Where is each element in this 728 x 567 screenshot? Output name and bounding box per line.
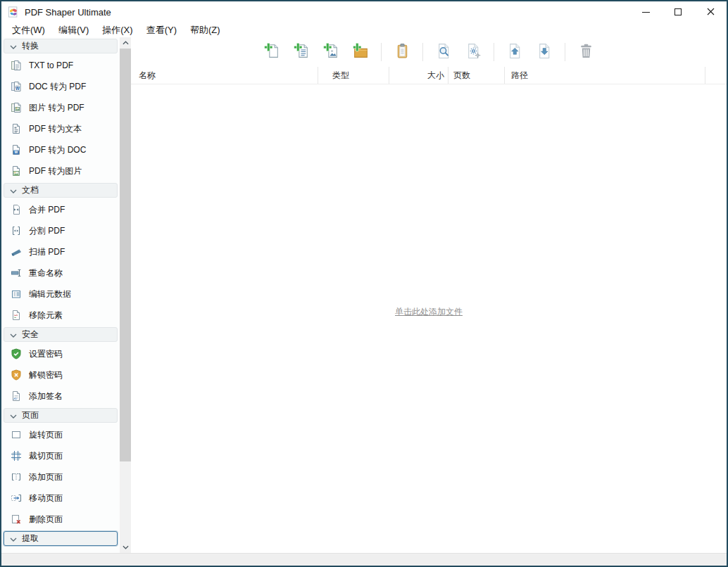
- column-header-size[interactable]: 大小: [389, 67, 448, 84]
- menu-help[interactable]: 帮助(Z): [187, 24, 224, 37]
- sidebar-section-pages[interactable]: 页面: [4, 408, 118, 423]
- column-header-type[interactable]: 类型: [318, 67, 389, 84]
- sidebar-item-unlock-password[interactable]: 解锁密码: [1, 364, 120, 386]
- add-text-file-button[interactable]: [292, 43, 310, 61]
- preview-button[interactable]: [434, 43, 453, 61]
- image-to-pdf-icon: [11, 102, 22, 113]
- sidebar-item-label: 设置密码: [29, 348, 63, 360]
- sidebar-item-scan-pdf[interactable]: 扫描 PDF: [1, 241, 120, 262]
- edit-metadata-icon: [11, 288, 22, 300]
- add-files-link[interactable]: 单击此处添加文件: [395, 306, 463, 318]
- svg-text:W: W: [15, 86, 20, 91]
- add-pages-icon: [11, 471, 22, 483]
- sidebar-item-delete-pages[interactable]: 删除页面: [1, 509, 120, 530]
- svg-text:W: W: [15, 150, 18, 154]
- minimize-icon: [642, 12, 650, 13]
- menu-view[interactable]: 查看(Y): [143, 24, 180, 37]
- sidebar-section-document[interactable]: 文档: [4, 183, 118, 198]
- maximize-button[interactable]: [662, 1, 694, 23]
- add-image-file-button[interactable]: [322, 43, 340, 61]
- sidebar-item-label: 重命名称: [29, 267, 63, 279]
- txt-to-pdf-icon: [11, 60, 22, 71]
- add-folder-button[interactable]: [351, 43, 370, 61]
- sidebar-item-label: 扫描 PDF: [29, 246, 65, 258]
- sidebar-item-pdf-to-doc[interactable]: W PDF 转为 DOC: [1, 139, 120, 160]
- move-up-icon: [506, 42, 524, 63]
- file-list-area[interactable]: 单击此处添加文件: [131, 84, 727, 553]
- sidebar-item-rename[interactable]: 重命名称: [1, 262, 120, 284]
- column-label: 类型: [332, 70, 349, 82]
- sidebar-item-edit-metadata[interactable]: 编辑元数据: [1, 284, 120, 305]
- pdf-to-doc-icon: W: [11, 144, 22, 155]
- move-pages-icon: [11, 492, 22, 504]
- delete-button[interactable]: [577, 43, 595, 61]
- process-button[interactable]: [464, 43, 482, 61]
- sidebar-section-extract[interactable]: 提取: [4, 531, 118, 546]
- add-signature-icon: [11, 390, 22, 402]
- add-file-icon: [263, 42, 281, 63]
- sidebar-item-pdf-to-text[interactable]: PDF 转为文本: [1, 118, 120, 139]
- sidebar-item-rotate-pages[interactable]: 旋转页面: [1, 424, 120, 445]
- chevron-down-icon: [10, 42, 17, 51]
- sidebar-item-add-pages[interactable]: 添加页面: [1, 466, 120, 488]
- sidebar-item-merge-pdf[interactable]: 合并 PDF: [1, 199, 120, 220]
- move-down-button[interactable]: [535, 43, 553, 61]
- sidebar-item-txt-to-pdf[interactable]: TXT to PDF: [1, 55, 120, 76]
- main-panel: 名称 类型 大小 页数 路径 单击此处添加文件: [131, 37, 727, 553]
- column-header-path[interactable]: 路径: [505, 67, 705, 84]
- column-label: 大小: [427, 70, 444, 82]
- content-area: 转换 TXT to PDF W DOC 转为 PDF 图片 转为 PDF PDF…: [1, 37, 727, 553]
- sidebar-item-image-to-pdf[interactable]: 图片 转为 PDF: [1, 97, 120, 118]
- column-header-pages[interactable]: 页数: [448, 67, 505, 84]
- sidebar-scrollbar[interactable]: [120, 37, 131, 553]
- paste-button[interactable]: [393, 43, 411, 61]
- menu-actions[interactable]: 操作(X): [99, 24, 136, 37]
- sidebar-item-label: TXT to PDF: [29, 60, 73, 70]
- sidebar-section-security[interactable]: 安全: [4, 327, 118, 342]
- toolbar-separator: [565, 43, 565, 61]
- scroll-up-button[interactable]: [120, 37, 131, 49]
- add-file-button[interactable]: [263, 43, 281, 61]
- sidebar-item-label: DOC 转为 PDF: [29, 81, 86, 93]
- sidebar-item-label: 解锁密码: [29, 369, 63, 381]
- sidebar-item-doc-to-pdf[interactable]: W DOC 转为 PDF: [1, 76, 120, 97]
- sidebar-item-crop-pages[interactable]: 裁切页面: [1, 445, 120, 466]
- title-bar: PDF Shaper Ultimate: [1, 1, 727, 23]
- sidebar-item-pdf-to-image[interactable]: PDF 转为图片: [1, 160, 120, 181]
- column-label: 页数: [453, 70, 470, 82]
- move-up-button[interactable]: [506, 43, 524, 61]
- process-gears-icon: [465, 42, 482, 63]
- add-image-file-icon: [322, 42, 340, 63]
- scroll-down-button[interactable]: [120, 542, 131, 553]
- menu-edit[interactable]: 编辑(V): [55, 24, 92, 37]
- unlock-password-shield-icon: [11, 369, 22, 381]
- sidebar-item-split-pdf[interactable]: 分割 PDF: [1, 220, 120, 241]
- app-logo-icon: [8, 6, 19, 18]
- minimize-button[interactable]: [629, 1, 662, 23]
- sidebar-item-label: 分割 PDF: [29, 225, 65, 237]
- scrollbar-thumb[interactable]: [120, 49, 131, 461]
- sidebar-item-label: 编辑元数据: [29, 288, 71, 300]
- close-icon: [707, 6, 715, 18]
- sidebar-item-add-signature[interactable]: 添加签名: [1, 386, 120, 407]
- sidebar-section-convert[interactable]: 转换: [4, 39, 118, 53]
- sidebar-item-extract-text[interactable]: 提取文本: [1, 547, 120, 553]
- preview-magnifier-icon: [435, 42, 453, 63]
- sidebar-item-label: 移除元素: [29, 310, 63, 321]
- column-header-name[interactable]: 名称: [131, 67, 318, 84]
- menu-bar: 文件(W) 编辑(V) 操作(X) 查看(Y) 帮助(Z): [1, 23, 727, 37]
- doc-to-pdf-icon: W: [11, 81, 22, 92]
- sidebar-item-label: PDF 转为 DOC: [29, 144, 86, 156]
- sidebar-item-label: 添加签名: [29, 390, 63, 402]
- sidebar-item-set-password[interactable]: 设置密码: [1, 343, 120, 364]
- sidebar-item-move-pages[interactable]: 移动页面: [1, 488, 120, 509]
- add-folder-icon: [352, 42, 370, 63]
- window-controls: [629, 1, 727, 23]
- menu-file[interactable]: 文件(W): [8, 24, 49, 37]
- column-label: 路径: [511, 70, 528, 82]
- close-button[interactable]: [694, 1, 727, 23]
- sidebar-item-remove-elements[interactable]: 移除元素: [1, 305, 120, 326]
- rename-icon: [11, 267, 22, 279]
- window-title: PDF Shaper Ultimate: [25, 7, 111, 18]
- section-label: 提取: [22, 533, 39, 544]
